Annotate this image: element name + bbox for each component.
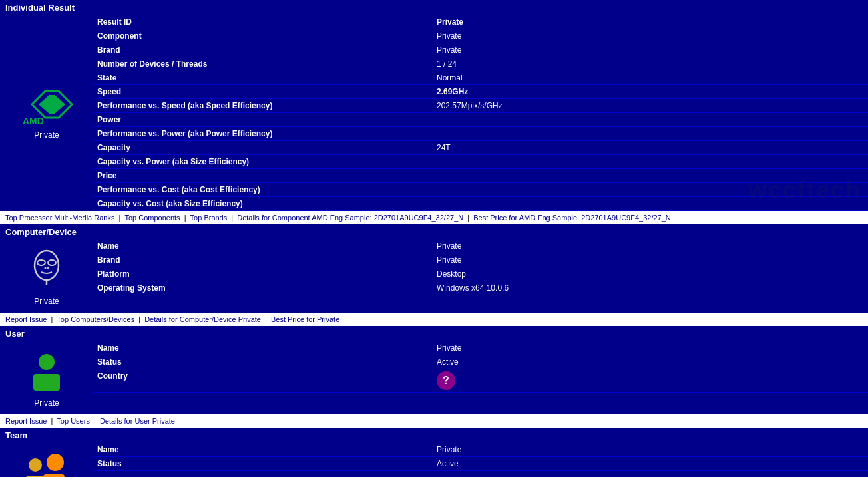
computer-device-section: Computer/Device: [0, 224, 868, 326]
team-icon: [17, 450, 77, 477]
field-label: Brand: [93, 253, 433, 267]
link-separator: |: [465, 214, 471, 222]
svg-rect-15: [39, 375, 55, 387]
field-label: Performance vs. Speed (aka Speed Efficie…: [93, 99, 433, 112]
field-row: NamePrivate: [93, 443, 868, 457]
field-row: StatusActive: [93, 355, 868, 369]
field-label: Country: [93, 369, 433, 392]
field-label: Price: [93, 169, 433, 182]
computer-device-header: Computer/Device: [0, 224, 868, 239]
field-value: ?: [433, 369, 868, 392]
field-label: Capacity: [93, 141, 433, 154]
link-item[interactable]: Details for Component AMD Eng Sample: 2D…: [237, 214, 463, 222]
link-item[interactable]: Top Processor Multi-Media Ranks: [5, 214, 114, 222]
field-label: Power: [93, 113, 433, 126]
field-value: [433, 155, 868, 168]
field-value: 24T: [433, 141, 868, 154]
field-row: Performance vs. Power (aka Power Efficie…: [93, 127, 868, 141]
user-icon-col: Private: [0, 341, 93, 414]
field-label: Name: [93, 341, 433, 355]
svg-rect-20: [43, 474, 65, 478]
field-value: Private: [433, 43, 868, 57]
field-label: Number of Devices / Threads: [93, 57, 433, 71]
link-separator: |: [116, 214, 122, 222]
link-separator: |: [49, 417, 55, 425]
field-value: [433, 197, 868, 210]
link-separator: |: [136, 315, 142, 323]
field-label: Operating System: [93, 281, 433, 295]
svg-point-17: [29, 458, 42, 472]
field-label: Status: [93, 457, 433, 470]
field-row: ComponentPrivate: [93, 29, 868, 43]
field-row: Number of Devices / Threads1 / 24: [93, 57, 868, 71]
field-value: [433, 169, 868, 182]
country-unknown-badge: ?: [437, 371, 455, 390]
link-item[interactable]: Report Issue: [5, 417, 47, 425]
field-label: Name: [93, 443, 433, 456]
field-label: State: [93, 71, 433, 84]
svg-point-8: [44, 267, 46, 269]
field-row: Operating SystemWindows x64 10.0.6: [93, 281, 868, 295]
field-value: Private: [433, 443, 868, 456]
field-value: Private: [433, 253, 868, 267]
link-item[interactable]: Top Users: [57, 417, 90, 425]
link-item[interactable]: Top Computers/Devices: [57, 315, 134, 323]
alien-icon: [23, 246, 70, 293]
field-row: StatusActive: [93, 457, 868, 471]
field-label: Brand: [93, 43, 433, 57]
team-fields: NamePrivateStatusActive: [93, 443, 868, 477]
field-label: Performance vs. Power (aka Power Efficie…: [93, 127, 433, 140]
individual-result-links: Top Processor Multi-Media Ranks | Top Co…: [0, 211, 868, 224]
field-value: Private: [433, 341, 868, 355]
link-item[interactable]: Best Price for AMD Eng Sample: 2D2701A9U…: [473, 214, 671, 222]
field-row: NamePrivate: [93, 239, 868, 253]
field-row: StateNormal: [93, 71, 868, 85]
svg-text:AMD: AMD: [23, 116, 44, 125]
individual-result-section: Individual Result AMD Privat: [0, 0, 868, 224]
link-separator: |: [92, 417, 98, 425]
field-label: Platform: [93, 267, 433, 281]
field-label: Name: [93, 239, 433, 253]
computer-device-icon-col: Private: [0, 239, 93, 313]
field-row: Result IDPrivate: [93, 15, 868, 29]
field-label: Component: [93, 29, 433, 43]
amd-logo-icon: AMD: [17, 86, 77, 126]
computer-device-fields: NamePrivateBrandPrivatePlatformDesktopOp…: [93, 239, 868, 313]
field-label: Result ID: [93, 15, 433, 29]
field-row: Price: [93, 169, 868, 183]
svg-rect-16: [17, 452, 77, 478]
svg-rect-4: [25, 248, 69, 291]
link-item[interactable]: Top Components: [124, 214, 180, 222]
link-item[interactable]: Best Price for Private: [271, 315, 339, 323]
field-value: Desktop: [433, 267, 868, 281]
link-separator: |: [229, 214, 235, 222]
user-icon-label: Private: [34, 398, 59, 408]
field-value: [433, 113, 868, 126]
field-value: 2.69GHz: [433, 85, 868, 98]
individual-result-icon-col: AMD Private: [0, 15, 93, 211]
user-fields: NamePrivateStatusActiveCountry?: [93, 341, 868, 414]
user-icon: [23, 348, 70, 395]
link-item[interactable]: Top Brands: [190, 214, 228, 222]
field-value: Private: [433, 29, 868, 43]
svg-point-14: [41, 357, 52, 367]
user-header: User: [0, 326, 868, 341]
field-row: Capacity vs. Cost (aka Size Efficiency): [93, 197, 868, 211]
field-label: Speed: [93, 85, 433, 98]
field-value: [433, 183, 868, 196]
field-row: Power: [93, 113, 868, 127]
link-item[interactable]: Report Issue: [5, 315, 47, 323]
field-value: Normal: [433, 71, 868, 84]
link-item[interactable]: Details for User Private: [100, 417, 175, 425]
link-item[interactable]: Details for Computer/Device Private: [144, 315, 261, 323]
field-value: Private: [433, 15, 868, 29]
field-row: Country?: [93, 369, 868, 393]
team-header: Team: [0, 428, 868, 443]
field-row: Capacity vs. Power (aka Size Efficiency): [93, 155, 868, 169]
individual-result-header: Individual Result: [0, 0, 868, 15]
field-row: Performance vs. Speed (aka Speed Efficie…: [93, 99, 868, 113]
field-row: Speed2.69GHz: [93, 85, 868, 99]
field-row: Capacity24T: [93, 141, 868, 155]
user-section: User Private NamePrivateStatusActiveCoun…: [0, 326, 868, 428]
field-value: [433, 127, 868, 140]
